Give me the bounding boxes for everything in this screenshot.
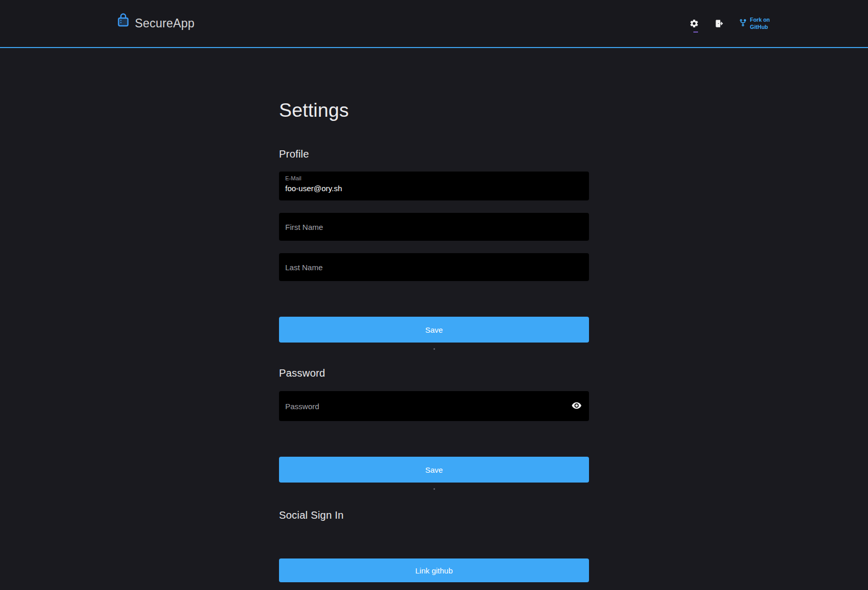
toggle-password-visibility-button[interactable] bbox=[564, 400, 589, 412]
section-separator-dot bbox=[433, 348, 435, 350]
first-name-input[interactable] bbox=[279, 213, 589, 241]
lock-icon bbox=[118, 13, 129, 29]
password-section-heading: Password bbox=[279, 367, 589, 379]
settings-page: Settings Profile E-Mail Save Password Sa… bbox=[279, 48, 589, 582]
eye-icon bbox=[571, 400, 582, 412]
active-nav-indicator bbox=[693, 32, 698, 33]
logout-button[interactable] bbox=[714, 17, 725, 30]
email-field-container: E-Mail bbox=[279, 172, 589, 200]
email-field-label: E-Mail bbox=[285, 175, 583, 181]
fork-link-label: Fork on GitHub bbox=[750, 17, 770, 30]
gear-icon bbox=[689, 19, 699, 28]
last-name-input[interactable] bbox=[279, 253, 589, 281]
last-name-field-container bbox=[279, 253, 589, 281]
header-actions: Fork on GitHub bbox=[688, 17, 770, 30]
app-header: SecureApp bbox=[0, 0, 868, 48]
app-logo: SecureApp bbox=[118, 15, 195, 32]
first-name-field-container bbox=[279, 213, 589, 241]
password-input[interactable] bbox=[279, 391, 564, 421]
git-fork-icon bbox=[739, 19, 747, 29]
link-github-button[interactable]: Link github bbox=[279, 558, 589, 582]
logout-icon bbox=[715, 19, 724, 28]
settings-nav-button[interactable] bbox=[688, 17, 700, 30]
password-save-button[interactable]: Save bbox=[279, 457, 589, 483]
fork-on-github-link[interactable]: Fork on GitHub bbox=[739, 17, 770, 30]
app-title: SecureApp bbox=[135, 17, 195, 30]
page-title: Settings bbox=[279, 100, 589, 121]
email-input[interactable] bbox=[285, 182, 583, 194]
profile-section-heading: Profile bbox=[279, 148, 589, 160]
social-section-heading: Social Sign In bbox=[279, 509, 589, 521]
section-separator-dot bbox=[433, 488, 435, 490]
password-field-container bbox=[279, 391, 589, 421]
profile-save-button[interactable]: Save bbox=[279, 317, 589, 343]
